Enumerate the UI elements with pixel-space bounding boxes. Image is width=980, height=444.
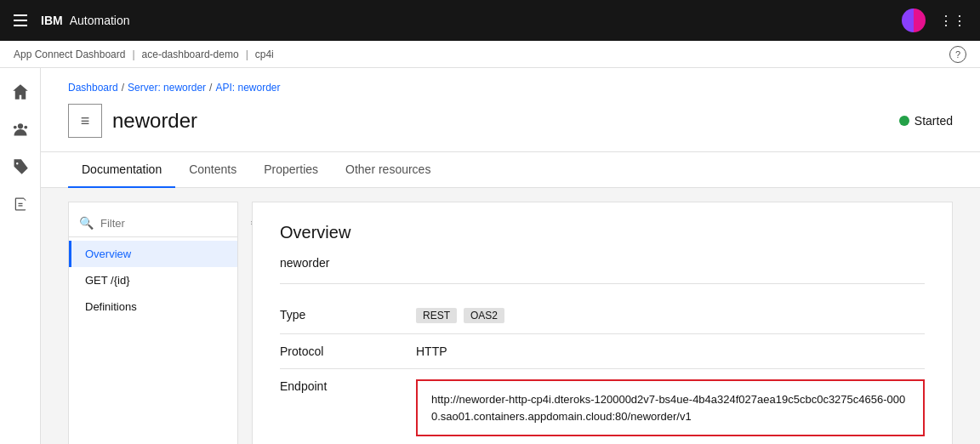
protocol-row: Protocol HTTP	[280, 334, 925, 369]
app-logo	[902, 9, 926, 32]
sidebar-icons	[0, 68, 41, 444]
topbar: IBM Automation ⋮⋮	[0, 0, 980, 41]
type-label: Type	[280, 308, 416, 322]
tabs-bar: Documentation Contents Properties Other …	[41, 152, 980, 188]
tab-documentation[interactable]: Documentation	[68, 152, 175, 188]
page-title: neworder	[112, 109, 197, 133]
tab-contents[interactable]: Contents	[175, 152, 250, 188]
tab-properties[interactable]: Properties	[250, 152, 332, 188]
nav-item-definitions[interactable]: Definitions	[69, 293, 237, 320]
status-label: Started	[914, 114, 953, 128]
main-layout: Dashboard / Server: neworder / API: newo…	[0, 68, 980, 444]
left-nav: 🔍 ⚙ Overview GET /{id} Definitions	[68, 202, 238, 444]
endpoint-row: Endpoint http://neworder-http-cp4i.dtero…	[280, 369, 925, 444]
sidebar-item-group[interactable]	[3, 112, 37, 146]
nav-item-get-id[interactable]: GET /{id}	[69, 267, 237, 293]
page-icon-symbol: ≡	[81, 112, 90, 130]
nav-item-overview[interactable]: Overview	[69, 241, 237, 267]
status-dot	[899, 116, 909, 126]
breadcrumb-dashboard[interactable]: Dashboard	[68, 82, 118, 94]
detail-panel: Overview neworder Type REST OAS2 Protoco…	[252, 202, 953, 444]
filter-input[interactable]	[100, 217, 243, 230]
svg-point-2	[24, 126, 27, 129]
tag-icon	[12, 158, 29, 175]
protocol-label: Protocol	[280, 344, 416, 358]
subbar-separator2: |	[246, 48, 248, 60]
page-header: Dashboard / Server: neworder / API: newo…	[41, 68, 980, 152]
sidebar-item-document[interactable]	[3, 187, 37, 221]
sidebar-item-tag[interactable]	[3, 150, 37, 184]
tab-other-resources[interactable]: Other resources	[332, 152, 444, 188]
group-icon	[12, 121, 29, 138]
menu-button[interactable]	[14, 14, 27, 26]
filter-row: 🔍 ⚙	[69, 209, 237, 237]
status-badge: Started	[899, 114, 953, 128]
sidebar-item-home[interactable]	[3, 75, 37, 109]
subbar: App Connect Dashboard | ace-dashboard-de…	[0, 41, 980, 68]
breadcrumb-sep1: /	[122, 82, 124, 94]
svg-rect-4	[18, 205, 22, 206]
overview-title: Overview	[280, 223, 925, 242]
grid-icon[interactable]: ⋮⋮	[939, 13, 966, 29]
home-icon	[12, 83, 29, 100]
doc-content: 🔍 ⚙ Overview GET /{id} Definitions Overv…	[41, 188, 980, 444]
document-icon	[12, 196, 29, 213]
type-value: REST OAS2	[416, 308, 504, 323]
help-button[interactable]: ?	[949, 46, 966, 63]
endpoint-box[interactable]: http://neworder-http-cp4i.dteroks-120000…	[416, 379, 925, 436]
app-name: App Connect Dashboard	[14, 48, 125, 60]
breadcrumb-sep2: /	[209, 82, 212, 94]
endpoint-label: Endpoint	[280, 379, 416, 393]
namespace: cp4i	[255, 48, 274, 60]
ibm-label: IBM	[41, 14, 63, 27]
instance-name: ace-dashboard-demo	[142, 48, 239, 60]
overview-api-name: neworder	[280, 256, 925, 284]
breadcrumb-server[interactable]: Server: neworder	[128, 82, 206, 94]
subbar-separator1: |	[132, 48, 134, 60]
page-icon: ≡	[68, 104, 102, 138]
svg-point-0	[17, 123, 22, 128]
svg-point-1	[13, 126, 16, 129]
brand: IBM Automation	[41, 14, 130, 27]
topbar-right: ⋮⋮	[902, 9, 966, 32]
page-title-left: ≡ neworder	[68, 104, 197, 138]
brand-label: Automation	[70, 14, 130, 27]
badge-oas2: OAS2	[464, 308, 504, 323]
breadcrumb-api[interactable]: API: neworder	[215, 82, 280, 94]
content-area: Dashboard / Server: neworder / API: newo…	[41, 68, 980, 444]
protocol-value: HTTP	[416, 344, 447, 358]
page-title-row: ≡ neworder Started	[68, 104, 953, 138]
svg-rect-3	[18, 203, 22, 204]
breadcrumb: Dashboard / Server: neworder / API: newo…	[68, 82, 953, 94]
type-row: Type REST OAS2	[280, 298, 925, 334]
filter-search-icon: 🔍	[79, 216, 94, 230]
badge-rest: REST	[416, 308, 457, 323]
